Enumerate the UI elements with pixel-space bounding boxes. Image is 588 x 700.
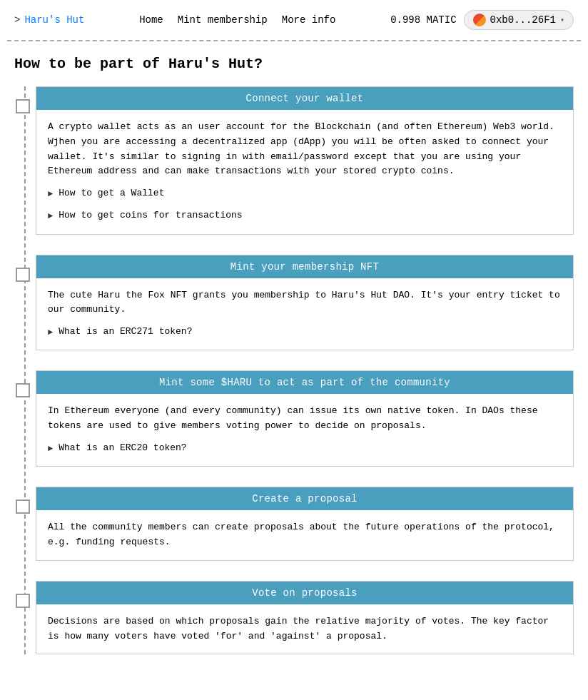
expand-icon-1-0: ► <box>48 188 53 201</box>
step-header-5: Vote on proposals <box>36 582 573 604</box>
step-mint-nft: Mint your membership NFT The cute Haru t… <box>36 255 574 351</box>
step-card-4: Create a proposal All the community memb… <box>36 487 574 561</box>
step-marker-2 <box>16 268 30 282</box>
step-detail-label-3-0: What is an ERC20 token? <box>59 441 186 456</box>
step-body-1: A crypto wallet acts as an user account … <box>36 110 573 234</box>
expand-icon-1-1: ► <box>48 210 53 223</box>
step-detail-1-0[interactable]: ► How to get a Wallet <box>48 186 562 201</box>
expand-icon-3-0: ► <box>48 442 53 456</box>
step-detail-label-2-0: What is an ERC271 token? <box>59 325 192 340</box>
step-body-5: Decisions are based on which proposals g… <box>36 604 573 654</box>
step-body-text-3: In Ethereum everyone (and every communit… <box>48 404 562 434</box>
step-body-2: The cute Haru the Fox NFT grants you mem… <box>36 278 573 350</box>
chevron-down-icon: ▾ <box>560 16 564 24</box>
step-header-1: Connect your wallet <box>36 87 573 110</box>
step-marker-1 <box>16 99 30 113</box>
step-vote-proposals: Vote on proposals Decisions are based on… <box>36 581 574 655</box>
step-body-text-5: Decisions are based on which proposals g… <box>48 614 562 644</box>
step-body-text-1: A crypto wallet acts as an user account … <box>48 120 562 179</box>
step-detail-1-1[interactable]: ► How to get coins for transactions <box>48 208 562 223</box>
header: > Haru's Hut Home Mint membership More i… <box>0 0 588 40</box>
step-mint-sharu: Mint some $HARU to act as part of the co… <box>36 370 574 467</box>
footer: Built with ♥ during ETH Global's HackFS … <box>0 696 588 700</box>
step-header-3: Mint some $HARU to act as part of the co… <box>36 371 573 394</box>
step-detail-3-0[interactable]: ► What is an ERC20 token? <box>48 441 562 456</box>
wallet-address: 0xb0...26F1 <box>490 14 556 26</box>
step-marker-4 <box>16 499 30 514</box>
wallet-icon <box>473 14 486 26</box>
nav-more-info[interactable]: More info <box>282 14 336 26</box>
step-card-2: Mint your membership NFT The cute Haru t… <box>36 255 574 351</box>
step-card-3: Mint some $HARU to act as part of the co… <box>36 370 574 467</box>
nav-mint-membership[interactable]: Mint membership <box>178 14 268 26</box>
header-left: > Haru's Hut <box>14 14 84 26</box>
step-create-proposal: Create a proposal All the community memb… <box>36 487 574 561</box>
header-nav: Home Mint membership More info <box>139 14 335 26</box>
step-detail-label-1-0: How to get a Wallet <box>59 186 164 201</box>
step-connect-wallet: Connect your wallet A crypto wallet acts… <box>36 86 574 235</box>
step-body-text-4: All the community members can create pro… <box>48 520 562 550</box>
step-card-5: Vote on proposals Decisions are based on… <box>36 581 574 655</box>
step-header-2: Mint your membership NFT <box>36 255 573 278</box>
main-content: How to be part of Haru's Hut? Connect yo… <box>0 41 588 696</box>
step-marker-3 <box>16 383 30 397</box>
matic-balance: 0.998 MATIC <box>390 14 456 26</box>
breadcrumb-arrow: > <box>14 14 20 26</box>
step-body-3: In Ethereum everyone (and every communit… <box>36 394 573 466</box>
expand-icon-2-0: ► <box>48 326 53 340</box>
step-body-text-2: The cute Haru the Fox NFT grants you mem… <box>48 288 562 318</box>
wallet-button[interactable]: 0xb0...26F1 ▾ <box>464 10 574 30</box>
step-detail-2-0[interactable]: ► What is an ERC271 token? <box>48 325 562 340</box>
page-title: How to be part of Haru's Hut? <box>14 56 574 72</box>
nav-home[interactable]: Home <box>139 14 163 26</box>
step-card-1: Connect your wallet A crypto wallet acts… <box>36 86 574 235</box>
steps-container: Connect your wallet A crypto wallet acts… <box>14 86 574 654</box>
step-header-4: Create a proposal <box>36 487 573 510</box>
step-marker-5 <box>16 594 30 608</box>
timeline-line <box>24 86 26 654</box>
step-body-4: All the community members can create pro… <box>36 510 573 560</box>
brand-link[interactable]: Haru's Hut <box>24 14 84 26</box>
header-wallet: 0.998 MATIC 0xb0...26F1 ▾ <box>390 10 574 30</box>
step-detail-label-1-1: How to get coins for transactions <box>59 208 242 223</box>
